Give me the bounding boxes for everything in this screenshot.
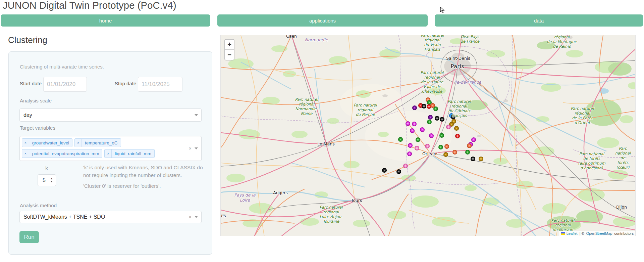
tab-applications[interactable]: applications — [217, 14, 428, 27]
cluster-marker[interactable] — [446, 125, 451, 129]
zoom-out-button[interactable]: − — [225, 50, 234, 60]
cluster-marker[interactable] — [439, 133, 444, 138]
cluster-marker[interactable] — [425, 144, 430, 148]
stop-date-input[interactable] — [138, 77, 182, 92]
cluster-marker[interactable] — [382, 168, 387, 173]
k-value: 5 — [43, 177, 46, 183]
cluster-marker[interactable] — [412, 122, 417, 126]
cluster-marker[interactable] — [408, 143, 413, 148]
cluster-marker[interactable] — [422, 104, 426, 108]
cluster-marker[interactable] — [465, 150, 470, 155]
leaflet-link[interactable]: Leaflet — [567, 231, 578, 235]
cluster-marker[interactable] — [396, 169, 401, 174]
map-label: Caen — [286, 35, 297, 39]
zoom-in-button[interactable]: + — [225, 40, 234, 50]
cluster-marker[interactable] — [435, 116, 439, 121]
clear-icon[interactable]: × — [189, 146, 192, 151]
app: JUNON Digital Twin Prototype (PoC.v4) ho… — [0, 0, 644, 262]
map-label: Orléans — [422, 151, 438, 156]
k-help-line2: 'Cluster 0' is reserver for 'outliers'. — [83, 182, 205, 190]
analysis-scale-select[interactable]: day — [19, 108, 202, 122]
osm-link[interactable]: OpenStreetMap — [586, 231, 612, 235]
cluster-marker[interactable] — [420, 127, 425, 132]
cluster-marker[interactable] — [444, 144, 449, 149]
map-attribution: Leaflet | © OpenStreetMap contributors — [559, 231, 635, 236]
target-variables-label: Target variables — [20, 125, 55, 131]
cluster-marker[interactable] — [407, 151, 412, 156]
map-label: Parc naturel régional de la Haute Vallée… — [421, 70, 444, 94]
cluster-marker[interactable] — [410, 128, 415, 133]
cluster-marker[interactable] — [406, 121, 410, 126]
chip-groundwater-level: ×groundwater_level — [22, 138, 72, 147]
attribution-separator: | © — [579, 231, 585, 235]
cluster-marker[interactable] — [429, 133, 434, 138]
k-label: k — [42, 165, 51, 171]
stop-date-label: Stop date — [115, 81, 136, 86]
cluster-marker[interactable] — [451, 115, 455, 119]
map-label: Parc national de forêts (aire optimum d'… — [578, 151, 605, 170]
tab-data[interactable]: data — [435, 14, 643, 27]
map-label: Le Mans — [317, 141, 334, 146]
cluster-marker[interactable] — [438, 145, 443, 149]
ukraine-flag-icon — [561, 232, 565, 235]
cluster-marker[interactable] — [471, 137, 476, 142]
chevron-down-icon — [195, 114, 198, 116]
map-label: tes — [220, 213, 226, 218]
cluster-marker[interactable] — [428, 115, 433, 120]
cluster-marker[interactable] — [403, 164, 408, 168]
chevron-down-icon — [195, 216, 198, 218]
k-input[interactable]: 5 ▲ ▼ — [38, 174, 56, 186]
cluster-marker[interactable] — [479, 157, 483, 161]
cluster-marker[interactable] — [455, 134, 460, 138]
clear-icon[interactable]: × — [189, 215, 192, 219]
target-variables-select[interactable]: ×groundwater_level ×temperature_oC ×pote… — [19, 136, 202, 161]
map-label: Parc naturel régional de la Forêt d'Orie… — [571, 106, 594, 125]
analysis-scale-label: Analysis scale — [20, 98, 52, 103]
map-overlay-layer: CaenNormandieOise-Pays de FranceParc nat… — [221, 35, 636, 236]
map-label: Tours — [351, 198, 362, 203]
page-title: JUNON Digital Twin Prototype (PoC.v4) — [3, 0, 176, 11]
map-label: Parc naturel régional Normandie- Maine — [295, 97, 318, 116]
map[interactable]: CaenNormandieOise-Pays de FranceParc nat… — [220, 35, 636, 236]
remove-chip-icon[interactable]: × — [105, 149, 112, 158]
map-label: Normandie — [305, 37, 328, 42]
cluster-marker[interactable] — [412, 105, 417, 110]
start-date-label: Start date — [20, 81, 42, 86]
map-label: Pays de la Loire — [234, 192, 255, 203]
cluster-marker[interactable] — [471, 157, 475, 161]
chevron-down-icon — [195, 147, 198, 149]
tab-home[interactable]: home — [1, 14, 210, 27]
map-label: Parc naturel régional du Vexin Français — [421, 35, 444, 52]
cluster-marker[interactable] — [440, 117, 444, 122]
remove-chip-icon[interactable]: × — [22, 139, 29, 147]
chip-area: ×groundwater_level ×temperature_oC ×pote… — [22, 138, 178, 158]
cluster-marker[interactable] — [443, 152, 448, 157]
cluster-marker[interactable] — [427, 120, 432, 124]
chip-liquid-rainfall: ×liquid_rainfall_mm — [104, 149, 155, 158]
run-button[interactable]: Run — [19, 231, 39, 243]
cluster-marker[interactable] — [398, 137, 403, 142]
map-label: Saint-Denis — [446, 56, 470, 61]
chip-potential-evapotranspiration: ×potential_evapotranspiration_mm — [22, 149, 102, 158]
cluster-marker[interactable] — [467, 143, 472, 148]
start-date-input[interactable] — [43, 77, 87, 92]
map-label: Dijon — [616, 205, 627, 210]
spinner-down-icon[interactable]: ▼ — [50, 180, 53, 183]
k-help-text: 'k' is only used with Kmeans, SDO and CL… — [83, 164, 205, 190]
cluster-marker[interactable] — [452, 150, 457, 155]
remove-chip-icon[interactable]: × — [75, 139, 82, 147]
cluster-marker[interactable] — [433, 106, 438, 111]
map-label: Parc naturel régional du Perche — [354, 103, 377, 117]
map-label: régional de la Montagne de Reims — [547, 35, 577, 49]
cluster-marker[interactable] — [454, 126, 459, 131]
spinner-up-icon[interactable]: ▲ — [50, 177, 53, 180]
map-zoom-control: + − — [224, 39, 234, 60]
map-label: Paris — [451, 63, 465, 70]
map-label: Oise-Pays de France — [461, 35, 479, 44]
cluster-marker[interactable] — [415, 146, 419, 150]
map-label: Île-de-France — [454, 80, 481, 85]
analysis-method-select[interactable]: SoftDTW_kMeans + TSNE + SDO × — [19, 211, 202, 223]
map-label: Parc naturel régional Loire-Anjou- Toura… — [320, 205, 343, 224]
cluster-marker[interactable] — [416, 137, 420, 142]
remove-chip-icon[interactable]: × — [22, 149, 29, 158]
